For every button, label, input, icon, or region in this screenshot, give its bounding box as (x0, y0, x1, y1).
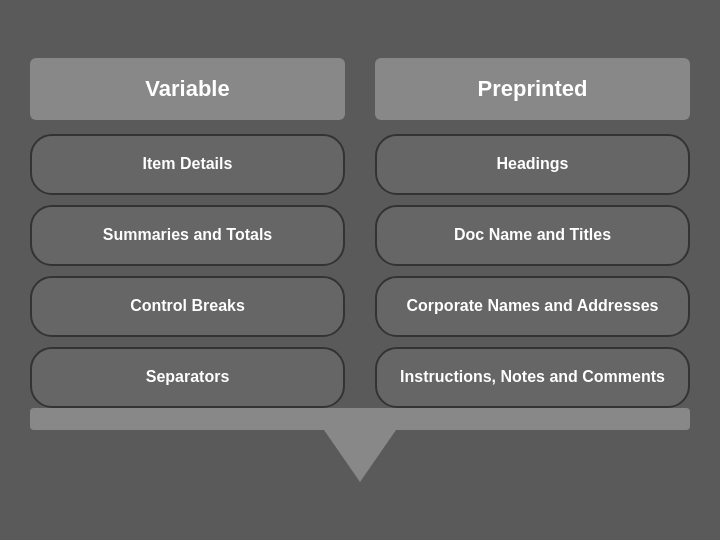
preprinted-column: Preprinted Headings Doc Name and Titles … (375, 58, 690, 407)
balance-triangle (324, 430, 396, 482)
balance-area (30, 408, 690, 482)
card-headings: Headings (375, 134, 690, 195)
card-separators: Separators (30, 347, 345, 408)
card-doc-name-titles: Doc Name and Titles (375, 205, 690, 266)
card-item-details: Item Details (30, 134, 345, 195)
columns-container: Variable Item Details Summaries and Tota… (30, 58, 690, 407)
card-control-breaks: Control Breaks (30, 276, 345, 337)
variable-header: Variable (30, 58, 345, 120)
balance-bar (30, 408, 690, 430)
card-corporate-names: Corporate Names and Addresses (375, 276, 690, 337)
main-layout: Variable Item Details Summaries and Tota… (30, 58, 690, 481)
variable-column: Variable Item Details Summaries and Tota… (30, 58, 345, 407)
preprinted-header: Preprinted (375, 58, 690, 120)
card-summaries-totals: Summaries and Totals (30, 205, 345, 266)
card-instructions-notes: Instructions, Notes and Comments (375, 347, 690, 408)
